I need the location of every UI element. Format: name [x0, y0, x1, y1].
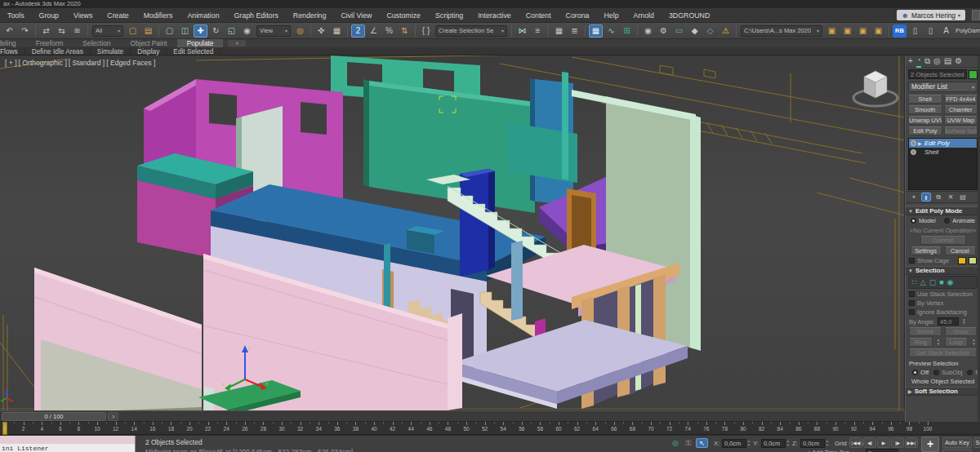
modifier-button-shell[interactable]: Shell	[908, 95, 942, 104]
mirror-icon[interactable]: ⋈	[515, 24, 529, 38]
menu-create[interactable]: Create	[100, 8, 136, 23]
menu-customize[interactable]: Customize	[379, 8, 428, 23]
bind-to-space-warp-icon[interactable]: ≋	[70, 24, 84, 38]
checkbox[interactable]	[909, 309, 915, 315]
reference-coordinate-system-dropdown[interactable]: View▾	[256, 25, 291, 37]
select-and-move-icon[interactable]: ✚	[194, 24, 207, 38]
set-key-button[interactable]: Set Key	[942, 449, 972, 452]
toggle-scene-explorer-icon[interactable]: ▦	[552, 24, 566, 38]
menu-help[interactable]: Help	[596, 8, 626, 23]
modifier-button-edit-poly[interactable]: Edit Poly	[908, 126, 942, 135]
preview-radio-off[interactable]: Off	[912, 369, 929, 376]
modifier-button-surface-select[interactable]: Surface Select	[944, 126, 978, 135]
ribbon-tab-object-paint[interactable]: Object Paint	[120, 39, 176, 47]
panel-tab-modify[interactable]: ◔	[916, 55, 921, 68]
vertex-mode-icon[interactable]: ∷	[912, 278, 917, 286]
viewport-label-standard[interactable]: [ Standard ]	[69, 59, 105, 67]
spinner-snap-toggle-icon[interactable]: ⇅	[398, 24, 412, 38]
next-frame-button[interactable]: |▶	[891, 437, 904, 448]
preview-radio-subobj[interactable]: SubObj	[933, 369, 962, 376]
coord-z-field[interactable]: 0,0cm	[800, 439, 825, 448]
panel-toggle-icon-1[interactable]: ▯	[908, 24, 922, 38]
menu-arnold[interactable]: Arnold	[626, 8, 662, 23]
rectangular-selection-region-icon[interactable]: ▢	[163, 24, 176, 38]
checkbox-row-use-stack-selection[interactable]: Use Stack Selection	[906, 290, 980, 299]
checkbox-row-by-vertex[interactable]: By Vertex	[906, 299, 980, 308]
timeline-ruler[interactable]: 0246810121416182022242628303234363840424…	[0, 422, 980, 435]
menu-views[interactable]: Views	[66, 8, 100, 23]
coord-x-field[interactable]: 0,0cm	[722, 439, 746, 448]
visibility-eye-icon[interactable]	[911, 149, 916, 155]
snaps-toggle-2d-icon[interactable]: 2	[351, 24, 365, 38]
selection-filter-dropdown[interactable]: All▾	[92, 25, 123, 37]
element-mode-icon[interactable]: ◉	[947, 278, 954, 286]
cage-color-swatch-1[interactable]	[958, 257, 966, 264]
ring-spinner[interactable]: ▲▼	[936, 339, 942, 347]
import-asset-icon-4[interactable]: ▣	[871, 24, 885, 38]
ribbon-tab-populate[interactable]: Populate	[177, 39, 224, 47]
import-asset-icon-1[interactable]: ▣	[825, 24, 839, 38]
angle-snap-toggle-icon[interactable]: ∠	[367, 24, 381, 38]
named-selection-sets-dropdown[interactable]: Create Selection Se▾	[435, 25, 507, 37]
panel-tab-hierarchy[interactable]: ⧉	[924, 55, 930, 67]
select-and-place-icon[interactable]: ◉	[240, 24, 254, 38]
coord-y-field[interactable]: 0,0cm	[761, 439, 786, 448]
ring-button[interactable]: Ring	[909, 338, 933, 347]
ribbon-tab-modeling[interactable]: Modeling	[0, 39, 26, 47]
panel-tab-motion[interactable]: ◎	[933, 55, 941, 67]
time-slider-next-button[interactable]: >	[108, 412, 118, 421]
panel-toggle-icon-2[interactable]: ▯	[924, 24, 938, 38]
radio-animate[interactable]: Animate	[944, 217, 975, 224]
show-end-result-icon[interactable]: ‖	[921, 193, 931, 202]
add-time-tag[interactable]: ◔ Add Time Tag	[807, 449, 849, 452]
remove-modifier-icon[interactable]: ✕	[946, 193, 956, 202]
stack-item-shell[interactable]: Shell	[909, 148, 977, 157]
menu-3dground[interactable]: 3DGROUND	[662, 8, 717, 23]
toggle-ribbon-icon[interactable]: ▦	[589, 24, 603, 38]
time-slider-track[interactable]: 0 / 100 >	[0, 410, 905, 422]
select-and-rotate-icon[interactable]: ↻	[209, 24, 223, 38]
menu-graph-editors[interactable]: Graph Editors	[227, 8, 286, 23]
viewport-label-edged-faces[interactable]: [ Edged Faces ]	[106, 59, 155, 67]
ribbon-subtab-simulate[interactable]: Simulate	[91, 47, 131, 55]
macro-recorder-field[interactable]	[0, 436, 136, 444]
polydamage-script-button[interactable]: PolyDamageV1	[956, 27, 980, 34]
panel-tab-utilities[interactable]: ⚙	[955, 55, 962, 67]
cage-color-swatch-2[interactable]	[969, 257, 977, 264]
viewport-3d-scene[interactable]: z x y	[0, 55, 905, 410]
by-angle-value[interactable]: 45,0	[938, 317, 959, 326]
by-angle-spinner[interactable]: ▲▼	[961, 317, 967, 326]
modifier-button-smooth[interactable]: Smooth	[908, 105, 942, 114]
modifier-button-chamfer[interactable]: Chamfer	[944, 105, 978, 114]
key-step-field[interactable]: 0	[866, 449, 898, 452]
viewport[interactable]: [ + ][ Orthographic ][ Standard ][ Edged…	[0, 55, 905, 410]
modifier-stack[interactable]: ▶Edit PolyShell	[908, 138, 978, 190]
panel-splitter[interactable]	[906, 202, 980, 206]
import-asset-icon-3[interactable]: ▣	[856, 24, 870, 38]
select-and-manipulate-icon[interactable]: ✜	[314, 24, 328, 38]
time-slider-handle[interactable]: 0 / 100	[2, 412, 106, 421]
rollout-header-selection[interactable]: ▼ Selection	[906, 266, 980, 275]
menu-corona[interactable]: Corona	[559, 8, 597, 23]
edit-named-selection-sets-icon[interactable]: { }	[419, 24, 433, 38]
grow-button[interactable]: Grow	[945, 327, 978, 336]
ribbon-extra-dropdown[interactable]: ▾	[228, 40, 246, 47]
menu-animation[interactable]: Animation	[180, 8, 226, 23]
coord-y-spinner[interactable]: ▲▼	[786, 439, 791, 448]
align-icon[interactable]: ≡	[531, 24, 545, 38]
commit-button[interactable]: Commit	[920, 236, 966, 245]
object-color-swatch[interactable]	[969, 70, 978, 79]
select-and-link-icon[interactable]: ⇄	[39, 24, 53, 38]
window-crossing-icon[interactable]: ◫	[178, 24, 192, 38]
menu-scripting[interactable]: Scripting	[428, 8, 470, 23]
menu-content[interactable]: Content	[519, 8, 559, 23]
coord-x-spinner[interactable]: ▲▼	[746, 439, 751, 448]
edge-mode-icon[interactable]: △	[920, 278, 926, 286]
play-button[interactable]: ▶	[877, 437, 890, 448]
rollout-header-soft-selection[interactable]: ▶ Soft Selection	[906, 387, 980, 396]
rb-render-button[interactable]: RB	[893, 24, 906, 38]
shrink-button[interactable]: Shrink	[909, 327, 942, 336]
menu-civil-view[interactable]: Civil View	[333, 8, 379, 23]
coord-z-spinner[interactable]: ▲▼	[825, 439, 830, 448]
project-folder-dropdown[interactable]: C:\Users\A...s Max 2020▾	[741, 25, 822, 37]
